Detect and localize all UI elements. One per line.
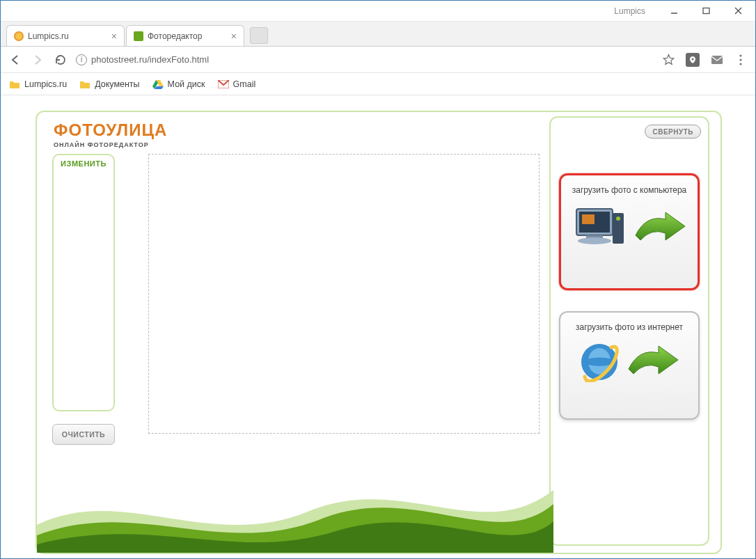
- window-maximize-button[interactable]: [690, 1, 722, 21]
- url-text: photostreet.ru/indexFoto.html: [91, 54, 209, 65]
- svg-point-4: [692, 58, 694, 60]
- upload-net-icons: [566, 342, 693, 382]
- internet-explorer-icon: [579, 342, 620, 382]
- close-icon: [734, 7, 742, 15]
- minimize-icon: [670, 7, 678, 15]
- arrow-right-green-icon: [632, 211, 686, 246]
- gmail-icon: [218, 79, 229, 90]
- arrow-left-icon: [10, 54, 21, 65]
- window-close-button[interactable]: [722, 1, 754, 21]
- svg-point-8: [739, 63, 741, 65]
- mail-extension-button[interactable]: [711, 54, 723, 66]
- app-logo: ФОТОУЛИЦА ОНЛАЙН ФОТОРЕДАКТОР: [54, 120, 167, 148]
- svg-point-7: [739, 58, 741, 61]
- menu-dots-icon: [739, 54, 742, 65]
- bookmark-drive[interactable]: Мой диск: [152, 79, 205, 90]
- svg-point-16: [616, 216, 620, 221]
- nav-back-button[interactable]: [9, 54, 22, 66]
- right-upload-panel: СВЕРНУТЬ загрузить фото с компьютера: [549, 116, 709, 546]
- app-frame: ФОТОУЛИЦА ОНЛАЙН ФОТОРЕДАКТОР ИЗМЕНИТЬ О…: [36, 111, 722, 554]
- drive-icon: [152, 79, 164, 90]
- svg-rect-1: [703, 8, 709, 14]
- arrow-right-icon: [32, 54, 43, 65]
- address-right-icons: [662, 53, 747, 67]
- reload-button[interactable]: [54, 54, 66, 66]
- star-icon: [663, 54, 675, 65]
- svg-rect-5: [711, 56, 723, 64]
- photo-canvas[interactable]: [148, 154, 540, 434]
- bookmark-documents[interactable]: Документы: [79, 79, 139, 90]
- left-tools-panel: ИЗМЕНИТЬ: [52, 154, 115, 411]
- site-info-icon[interactable]: i: [76, 54, 87, 65]
- logo-main: ФОТОУЛИЦА: [54, 120, 167, 140]
- window-titlebar: Lumpics: [1, 1, 755, 22]
- upload-from-computer-card[interactable]: загрузить фото с компьютера: [559, 173, 700, 290]
- bookmark-label: Lumpics.ru: [24, 79, 67, 89]
- window-title: Lumpics: [614, 6, 645, 16]
- tab-label: Фоторедактор: [148, 31, 202, 41]
- clear-button-label: ОЧИСТИТЬ: [62, 430, 105, 439]
- bookmark-label: Документы: [95, 79, 139, 89]
- favicon-icon: [134, 31, 143, 41]
- arrow-right-green-icon: [625, 345, 679, 379]
- bookmarks-bar: Lumpics.ru Документы Мой диск Gmail: [1, 73, 755, 95]
- collapse-button[interactable]: СВЕРНУТЬ: [645, 125, 701, 139]
- bookmark-label: Gmail: [233, 79, 256, 89]
- upload-pc-icons: [567, 205, 692, 252]
- svg-point-14: [578, 237, 611, 244]
- bookmark-lumpics[interactable]: Lumpics.ru: [9, 79, 67, 90]
- upload-pc-label: загрузить фото с компьютера: [567, 185, 692, 195]
- clear-button[interactable]: ОЧИСТИТЬ: [52, 424, 115, 445]
- mail-icon: [711, 55, 723, 65]
- browser-menu-button[interactable]: [734, 54, 747, 66]
- url-field[interactable]: i photostreet.ru/indexFoto.html: [76, 54, 652, 65]
- reload-icon: [54, 54, 66, 65]
- decorative-wave: [37, 448, 553, 553]
- favicon-icon: [14, 31, 24, 41]
- upload-net-label: загрузить фото из интернет: [566, 322, 693, 332]
- edit-label: ИЗМЕНИТЬ: [54, 159, 113, 168]
- tab-close-button[interactable]: ×: [111, 31, 117, 42]
- svg-rect-12: [582, 214, 594, 224]
- upload-from-internet-card[interactable]: загрузить фото из интернет: [559, 311, 700, 420]
- tab-lumpics[interactable]: Lumpics.ru ×: [6, 25, 125, 46]
- new-tab-button[interactable]: [250, 27, 268, 44]
- tab-close-button[interactable]: ×: [231, 31, 237, 42]
- bookmark-gmail[interactable]: Gmail: [218, 79, 256, 90]
- computer-icon: [572, 205, 627, 252]
- bookmark-label: Мой диск: [168, 79, 205, 89]
- nav-forward-button[interactable]: [31, 54, 44, 66]
- folder-icon: [79, 79, 90, 90]
- window-minimize-button[interactable]: [658, 1, 690, 21]
- collapse-label: СВЕРНУТЬ: [652, 128, 693, 136]
- browser-window: Lumpics Lumpics.ru × Фоторедактор ×: [0, 0, 756, 559]
- address-bar: i photostreet.ru/indexFoto.html: [1, 47, 755, 73]
- folder-icon: [9, 79, 20, 90]
- tab-photoeditor[interactable]: Фоторедактор ×: [126, 25, 244, 46]
- page-content: ФОТОУЛИЦА ОНЛАЙН ФОТОРЕДАКТОР ИЗМЕНИТЬ О…: [1, 95, 755, 558]
- maximize-icon: [702, 7, 710, 15]
- location-icon: [688, 56, 697, 64]
- svg-point-6: [739, 54, 741, 56]
- tab-strip: Lumpics.ru × Фоторедактор ×: [1, 22, 755, 47]
- extension-button[interactable]: [686, 53, 700, 67]
- tab-label: Lumpics.ru: [28, 31, 69, 41]
- logo-subtitle: ОНЛАЙН ФОТОРЕДАКТОР: [54, 141, 167, 148]
- bookmark-star-button[interactable]: [662, 54, 675, 66]
